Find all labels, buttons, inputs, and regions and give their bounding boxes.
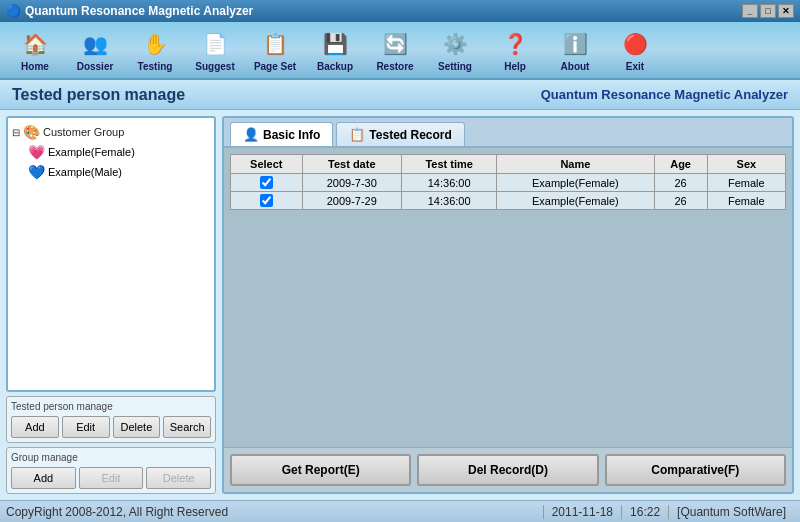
- suggest-icon: 📄: [199, 28, 231, 60]
- cell-age-0: 26: [654, 174, 707, 192]
- tab-bar: 👤 Basic Info 📋 Tested Record: [224, 118, 792, 148]
- col-name: Name: [497, 155, 654, 174]
- tree-child-male-label: Example(Male): [48, 166, 122, 178]
- tab-tested-record-label: Tested Record: [369, 128, 451, 142]
- table-row: 2009-7-30 14:36:00 Example(Female) 26 Fe…: [231, 174, 786, 192]
- comparative-button[interactable]: Comparative(F): [605, 454, 786, 486]
- toolbar-restore[interactable]: 🔄 Restore: [368, 26, 422, 74]
- minimize-button[interactable]: _: [742, 4, 758, 18]
- help-icon: ❓: [499, 28, 531, 60]
- del-record-button[interactable]: Del Record(D): [417, 454, 598, 486]
- toolbar-testing[interactable]: ✋ Testing: [128, 26, 182, 74]
- exit-label: Exit: [626, 61, 644, 72]
- group-delete-button: Delete: [146, 467, 211, 489]
- tested-edit-button[interactable]: Edit: [62, 416, 110, 438]
- male-icon: 💙: [28, 164, 45, 180]
- tested-search-button[interactable]: Search: [163, 416, 211, 438]
- cell-select-1[interactable]: [231, 192, 303, 210]
- home-label: Home: [21, 61, 49, 72]
- records-table: Select Test date Test time Name Age Sex …: [230, 154, 786, 210]
- table-header: Select Test date Test time Name Age Sex: [231, 155, 786, 174]
- group-edit-button: Edit: [79, 467, 144, 489]
- suggest-label: Suggest: [195, 61, 234, 72]
- backup-label: Backup: [317, 61, 353, 72]
- table-row: 2009-7-29 14:36:00 Example(Female) 26 Fe…: [231, 192, 786, 210]
- title-bar-text: Quantum Resonance Magnetic Analyzer: [25, 4, 253, 18]
- toolbar-about[interactable]: ℹ️ About: [548, 26, 602, 74]
- cell-date-1: 2009-7-29: [302, 192, 401, 210]
- col-test-time: Test time: [402, 155, 497, 174]
- tree-expand-icon[interactable]: ⊟: [12, 127, 20, 138]
- title-bar: 🔵 Quantum Resonance Magnetic Analyzer _ …: [0, 0, 800, 22]
- close-button[interactable]: ✕: [778, 4, 794, 18]
- tested-add-button[interactable]: Add: [11, 416, 59, 438]
- status-time: 16:22: [622, 505, 669, 519]
- get-report-button[interactable]: Get Report(E): [230, 454, 411, 486]
- female-icon: 💗: [28, 144, 45, 160]
- tree-root-label: Customer Group: [43, 126, 124, 138]
- table-area: Select Test date Test time Name Age Sex …: [224, 148, 792, 447]
- row-checkbox-1[interactable]: [260, 194, 273, 207]
- toolbar-home[interactable]: 🏠 Home: [8, 26, 62, 74]
- tree-root: ⊟ 🎨 Customer Group: [12, 122, 210, 142]
- testing-icon: ✋: [139, 28, 171, 60]
- toolbar-dossier[interactable]: 👥 Dossier: [68, 26, 122, 74]
- tree-child-female-label: Example(Female): [48, 146, 135, 158]
- tested-person-manage-group: Tested person manage Add Edit Delete Sea…: [6, 396, 216, 443]
- col-select: Select: [231, 155, 303, 174]
- tree-child-male[interactable]: 💙 Example(Male): [28, 162, 210, 182]
- tested-person-manage-buttons: Add Edit Delete Search: [11, 416, 211, 438]
- toolbar-help[interactable]: ❓ Help: [488, 26, 542, 74]
- page-header: Tested person manage Quantum Resonance M…: [0, 80, 800, 110]
- bottom-buttons: Get Report(E) Del Record(D) Comparative(…: [224, 447, 792, 492]
- home-icon: 🏠: [19, 28, 51, 60]
- tab-basic-info-icon: 👤: [243, 127, 259, 142]
- table-body: 2009-7-30 14:36:00 Example(Female) 26 Fe…: [231, 174, 786, 210]
- about-icon: ℹ️: [559, 28, 591, 60]
- main-content: ⊟ 🎨 Customer Group 💗 Example(Female) 💙 E…: [0, 110, 800, 500]
- customer-tree: ⊟ 🎨 Customer Group 💗 Example(Female) 💙 E…: [6, 116, 216, 392]
- page-brand: Quantum Resonance Magnetic Analyzer: [541, 87, 788, 102]
- status-copyright: CopyRight 2008-2012, All Right Reserved: [6, 505, 543, 519]
- cell-sex-1: Female: [707, 192, 785, 210]
- group-manage-buttons: Add Edit Delete: [11, 467, 211, 489]
- dossier-icon: 👥: [79, 28, 111, 60]
- col-age: Age: [654, 155, 707, 174]
- cell-sex-0: Female: [707, 174, 785, 192]
- toolbar-exit[interactable]: 🔴 Exit: [608, 26, 662, 74]
- right-panel: 👤 Basic Info 📋 Tested Record Select Test…: [222, 116, 794, 494]
- tab-basic-info[interactable]: 👤 Basic Info: [230, 122, 333, 146]
- maximize-button[interactable]: □: [760, 4, 776, 18]
- col-sex: Sex: [707, 155, 785, 174]
- cell-time-0: 14:36:00: [402, 174, 497, 192]
- cell-age-1: 26: [654, 192, 707, 210]
- tab-basic-info-label: Basic Info: [263, 128, 320, 142]
- help-label: Help: [504, 61, 526, 72]
- pageset-label: Page Set: [254, 61, 296, 72]
- tree-child-female[interactable]: 💗 Example(Female): [28, 142, 210, 162]
- page-title: Tested person manage: [12, 86, 185, 104]
- cell-name-1: Example(Female): [497, 192, 654, 210]
- folder-icon: 🎨: [23, 124, 40, 140]
- restore-icon: 🔄: [379, 28, 411, 60]
- tested-person-manage-title: Tested person manage: [11, 401, 211, 412]
- toolbar-pageset[interactable]: 📋 Page Set: [248, 26, 302, 74]
- tested-delete-button[interactable]: Delete: [113, 416, 161, 438]
- cell-time-1: 14:36:00: [402, 192, 497, 210]
- left-panel: ⊟ 🎨 Customer Group 💗 Example(Female) 💙 E…: [6, 116, 216, 494]
- cell-select-0[interactable]: [231, 174, 303, 192]
- toolbar-backup[interactable]: 💾 Backup: [308, 26, 362, 74]
- about-label: About: [561, 61, 590, 72]
- status-brand: [Quantum SoftWare]: [669, 505, 794, 519]
- exit-icon: 🔴: [619, 28, 651, 60]
- row-checkbox-0[interactable]: [260, 176, 273, 189]
- group-add-button[interactable]: Add: [11, 467, 76, 489]
- setting-icon: ⚙️: [439, 28, 471, 60]
- group-manage-title: Group manage: [11, 452, 211, 463]
- toolbar-suggest[interactable]: 📄 Suggest: [188, 26, 242, 74]
- toolbar-setting[interactable]: ⚙️ Setting: [428, 26, 482, 74]
- restore-label: Restore: [376, 61, 413, 72]
- app-icon: 🔵: [6, 4, 21, 18]
- tab-tested-record[interactable]: 📋 Tested Record: [336, 122, 464, 146]
- toolbar: 🏠 Home 👥 Dossier ✋ Testing 📄 Suggest 📋 P…: [0, 22, 800, 80]
